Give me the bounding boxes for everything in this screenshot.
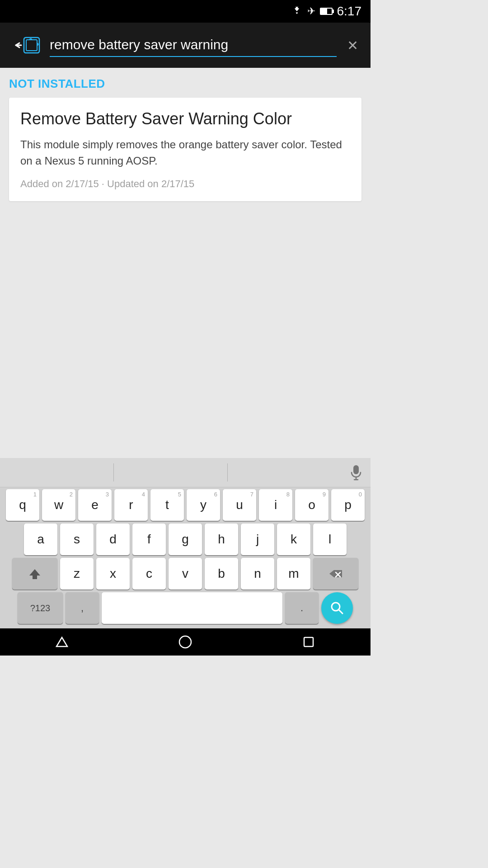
module-dates: Added on 2/17/15 · Updated on 2/17/15	[20, 178, 350, 190]
key-u[interactable]: 7u	[223, 489, 256, 521]
svg-line-10	[338, 609, 343, 613]
search-key[interactable]	[321, 592, 353, 624]
mic-button[interactable]	[341, 458, 371, 487]
key-row-2: a s d f g h j k l	[2, 524, 369, 555]
search-input-container	[50, 33, 337, 57]
bottom-nav	[0, 628, 371, 656]
key-i[interactable]: 8i	[259, 489, 292, 521]
back-nav-icon	[54, 634, 70, 650]
key-a[interactable]: a	[24, 524, 57, 555]
search-bar: ✕	[0, 23, 371, 68]
home-nav-icon	[177, 634, 193, 650]
search-input[interactable]	[50, 33, 337, 56]
key-l[interactable]: l	[313, 524, 347, 555]
svg-point-12	[179, 636, 191, 648]
backspace-icon	[328, 568, 343, 579]
suggestion-2[interactable]	[114, 458, 227, 487]
battery-icon	[320, 8, 333, 15]
key-k[interactable]: k	[277, 524, 310, 555]
svg-marker-5	[29, 569, 40, 579]
airplane-icon: ✈	[307, 5, 315, 17]
not-installed-label: NOT INSTALLED	[9, 77, 361, 91]
key-o[interactable]: 9o	[295, 489, 328, 521]
key-d[interactable]: d	[96, 524, 130, 555]
svg-rect-1	[26, 40, 37, 51]
suggestions-row	[0, 458, 371, 487]
keyboard-area: 1q 2w 3e 4r 5t 6y 7u 8i 9o 0p a s d f g …	[0, 458, 371, 628]
key-b[interactable]: b	[205, 558, 238, 590]
status-icons: ✈ 6:17	[291, 4, 362, 19]
key-e[interactable]: 3e	[78, 489, 112, 521]
content-area: NOT INSTALLED Remove Battery Saver Warni…	[0, 68, 371, 206]
numbers-key[interactable]: ?123	[18, 592, 63, 624]
suggestion-3[interactable]	[228, 458, 341, 487]
key-q[interactable]: 1q	[6, 489, 39, 521]
status-time: 6:17	[337, 4, 362, 19]
key-p[interactable]: 0p	[331, 489, 365, 521]
module-description: This module simply removes the orange ba…	[20, 137, 350, 169]
period-key[interactable]: .	[285, 592, 319, 624]
key-w[interactable]: 2w	[42, 489, 75, 521]
svg-rect-13	[304, 637, 313, 646]
keyboard-rows: 1q 2w 3e 4r 5t 6y 7u 8i 9o 0p a s d f g …	[0, 487, 371, 628]
home-nav-button[interactable]	[174, 631, 197, 653]
key-row-1: 1q 2w 3e 4r 5t 6y 7u 8i 9o 0p	[2, 489, 369, 521]
comma-key[interactable]: ,	[66, 592, 99, 624]
key-j[interactable]: j	[241, 524, 274, 555]
status-bar: ✈ 6:17	[0, 0, 371, 23]
mic-icon	[350, 464, 362, 481]
key-row-4: ?123 , .	[2, 592, 369, 624]
close-icon: ✕	[347, 38, 358, 53]
recent-nav-button[interactable]	[297, 631, 320, 653]
key-g[interactable]: g	[169, 524, 202, 555]
module-card[interactable]: Remove Battery Saver Warning Color This …	[9, 98, 361, 201]
key-f[interactable]: f	[132, 524, 166, 555]
key-c[interactable]: c	[132, 558, 166, 590]
key-x[interactable]: x	[96, 558, 130, 590]
key-y[interactable]: 6y	[187, 489, 220, 521]
wifi-icon	[291, 7, 303, 16]
key-row-3: z x c v b n m	[2, 558, 369, 590]
key-t[interactable]: 5t	[150, 489, 184, 521]
empty-space	[0, 206, 371, 278]
backspace-key[interactable]	[313, 558, 358, 590]
suggestion-1[interactable]	[0, 458, 113, 487]
key-h[interactable]: h	[205, 524, 238, 555]
module-title: Remove Battery Saver Warning Color	[20, 109, 350, 128]
search-icon	[330, 601, 344, 615]
recent-nav-icon	[300, 634, 317, 650]
shift-icon	[28, 567, 41, 580]
key-m[interactable]: m	[277, 558, 310, 590]
shift-key[interactable]	[12, 558, 57, 590]
space-key[interactable]	[102, 592, 282, 624]
clear-button[interactable]: ✕	[343, 36, 361, 54]
app-logo[interactable]	[9, 31, 43, 60]
key-v[interactable]: v	[169, 558, 202, 590]
key-r[interactable]: 4r	[114, 489, 148, 521]
key-n[interactable]: n	[241, 558, 274, 590]
back-nav-button[interactable]	[51, 631, 73, 653]
svg-marker-11	[56, 637, 67, 646]
svg-rect-2	[353, 465, 359, 474]
key-z[interactable]: z	[60, 558, 94, 590]
key-s[interactable]: s	[60, 524, 94, 555]
